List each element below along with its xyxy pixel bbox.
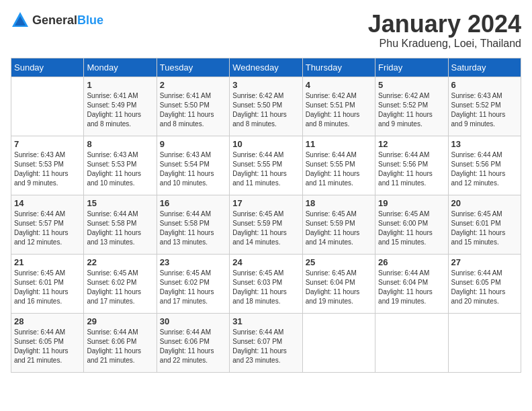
week-row-3: 14Sunrise: 6:44 AMSunset: 5:57 PMDayligh…: [11, 195, 521, 254]
day-number: 2: [160, 80, 226, 90]
week-row-1: 1Sunrise: 6:41 AMSunset: 5:49 PMDaylight…: [11, 77, 521, 136]
page-header: GeneralBlue January 2024 Phu Kradueng, L…: [11, 11, 521, 50]
calendar-cell: 2Sunrise: 6:41 AMSunset: 5:50 PMDaylight…: [157, 77, 229, 136]
day-info: Sunrise: 6:42 AMSunset: 5:50 PMDaylight:…: [232, 91, 299, 129]
day-info: Sunrise: 6:45 AMSunset: 5:59 PMDaylight:…: [232, 210, 299, 247]
day-info: Sunrise: 6:43 AMSunset: 5:54 PMDaylight:…: [160, 150, 226, 188]
calendar-cell: 16Sunrise: 6:44 AMSunset: 5:58 PMDayligh…: [157, 195, 229, 254]
header-day-friday: Friday: [375, 58, 448, 77]
calendar-cell: 15Sunrise: 6:44 AMSunset: 5:58 PMDayligh…: [84, 195, 157, 254]
day-info: Sunrise: 6:44 AMSunset: 6:05 PMDaylight:…: [451, 269, 518, 306]
day-number: 25: [306, 257, 372, 267]
calendar-cell: 30Sunrise: 6:44 AMSunset: 6:06 PMDayligh…: [157, 313, 229, 372]
day-info: Sunrise: 6:44 AMSunset: 5:58 PMDaylight:…: [87, 210, 153, 247]
day-info: Sunrise: 6:42 AMSunset: 5:51 PMDaylight:…: [306, 91, 372, 129]
calendar-cell: 19Sunrise: 6:45 AMSunset: 6:00 PMDayligh…: [375, 195, 448, 254]
calendar-cell: [448, 313, 521, 372]
calendar-cell: 27Sunrise: 6:44 AMSunset: 6:05 PMDayligh…: [448, 254, 521, 313]
day-number: 15: [87, 198, 153, 208]
day-number: 1: [87, 80, 153, 90]
calendar-cell: [375, 313, 448, 372]
header-row: SundayMondayTuesdayWednesdayThursdayFrid…: [11, 58, 521, 77]
day-number: 9: [160, 139, 226, 149]
day-info: Sunrise: 6:44 AMSunset: 6:04 PMDaylight:…: [378, 269, 445, 306]
day-number: 26: [378, 257, 445, 267]
day-info: Sunrise: 6:44 AMSunset: 5:57 PMDaylight:…: [14, 210, 81, 247]
day-number: 27: [451, 257, 518, 267]
day-info: Sunrise: 6:45 AMSunset: 6:00 PMDaylight:…: [378, 210, 445, 247]
day-number: 21: [14, 257, 81, 267]
day-info: Sunrise: 6:43 AMSunset: 5:53 PMDaylight:…: [14, 150, 81, 188]
day-number: 20: [451, 198, 518, 208]
header-day-sunday: Sunday: [11, 58, 84, 77]
day-number: 5: [378, 80, 445, 90]
week-row-5: 28Sunrise: 6:44 AMSunset: 6:05 PMDayligh…: [11, 313, 521, 372]
day-info: Sunrise: 6:44 AMSunset: 5:55 PMDaylight:…: [232, 150, 299, 188]
calendar-cell: [302, 313, 375, 372]
calendar-cell: 22Sunrise: 6:45 AMSunset: 6:02 PMDayligh…: [84, 254, 157, 313]
calendar-location: Phu Kradueng, Loei, Thailand: [368, 38, 521, 50]
day-info: Sunrise: 6:45 AMSunset: 6:04 PMDaylight:…: [306, 269, 372, 306]
day-info: Sunrise: 6:45 AMSunset: 6:01 PMDaylight:…: [14, 269, 81, 306]
day-number: 11: [306, 139, 372, 149]
day-number: 29: [87, 316, 153, 326]
day-info: Sunrise: 6:45 AMSunset: 6:02 PMDaylight:…: [87, 269, 153, 306]
day-number: 22: [87, 257, 153, 267]
day-info: Sunrise: 6:42 AMSunset: 5:52 PMDaylight:…: [378, 91, 445, 129]
header-day-monday: Monday: [84, 58, 157, 77]
calendar-cell: 21Sunrise: 6:45 AMSunset: 6:01 PMDayligh…: [11, 254, 84, 313]
calendar-cell: 18Sunrise: 6:45 AMSunset: 5:59 PMDayligh…: [302, 195, 375, 254]
logo-icon: [11, 11, 30, 30]
day-number: 23: [160, 257, 226, 267]
day-info: Sunrise: 6:44 AMSunset: 5:56 PMDaylight:…: [378, 150, 445, 188]
calendar-cell: 24Sunrise: 6:45 AMSunset: 6:03 PMDayligh…: [230, 254, 302, 313]
calendar-cell: [11, 77, 84, 136]
day-number: 24: [232, 257, 299, 267]
calendar-table: SundayMondayTuesdayWednesdayThursdayFrid…: [11, 58, 521, 373]
day-number: 12: [378, 139, 445, 149]
calendar-cell: 25Sunrise: 6:45 AMSunset: 6:04 PMDayligh…: [302, 254, 375, 313]
calendar-cell: 29Sunrise: 6:44 AMSunset: 6:06 PMDayligh…: [84, 313, 157, 372]
day-number: 3: [232, 80, 299, 90]
header-day-wednesday: Wednesday: [230, 58, 302, 77]
header-day-tuesday: Tuesday: [157, 58, 229, 77]
week-row-2: 7Sunrise: 6:43 AMSunset: 5:53 PMDaylight…: [11, 136, 521, 195]
day-info: Sunrise: 6:44 AMSunset: 5:58 PMDaylight:…: [160, 210, 226, 247]
calendar-cell: 28Sunrise: 6:44 AMSunset: 6:05 PMDayligh…: [11, 313, 84, 372]
calendar-cell: 7Sunrise: 6:43 AMSunset: 5:53 PMDaylight…: [11, 136, 84, 195]
day-number: 28: [14, 316, 81, 326]
day-number: 18: [306, 198, 372, 208]
day-info: Sunrise: 6:44 AMSunset: 6:06 PMDaylight:…: [160, 328, 226, 365]
calendar-cell: 8Sunrise: 6:43 AMSunset: 5:53 PMDaylight…: [84, 136, 157, 195]
logo-general-text: GeneralBlue: [32, 14, 103, 27]
calendar-cell: 31Sunrise: 6:44 AMSunset: 6:07 PMDayligh…: [230, 313, 302, 372]
calendar-cell: 1Sunrise: 6:41 AMSunset: 5:49 PMDaylight…: [84, 77, 157, 136]
day-number: 13: [451, 139, 518, 149]
day-number: 4: [306, 80, 372, 90]
calendar-cell: 12Sunrise: 6:44 AMSunset: 5:56 PMDayligh…: [375, 136, 448, 195]
calendar-cell: 20Sunrise: 6:45 AMSunset: 6:01 PMDayligh…: [448, 195, 521, 254]
calendar-title: January 2024: [368, 11, 521, 38]
day-number: 6: [451, 80, 518, 90]
day-number: 14: [14, 198, 81, 208]
day-info: Sunrise: 6:45 AMSunset: 6:01 PMDaylight:…: [451, 210, 518, 247]
day-number: 10: [232, 139, 299, 149]
header-day-thursday: Thursday: [302, 58, 375, 77]
day-info: Sunrise: 6:45 AMSunset: 6:03 PMDaylight:…: [232, 269, 299, 306]
calendar-cell: 9Sunrise: 6:43 AMSunset: 5:54 PMDaylight…: [157, 136, 229, 195]
week-row-4: 21Sunrise: 6:45 AMSunset: 6:01 PMDayligh…: [11, 254, 521, 313]
day-info: Sunrise: 6:41 AMSunset: 5:49 PMDaylight:…: [87, 91, 153, 129]
calendar-cell: 5Sunrise: 6:42 AMSunset: 5:52 PMDaylight…: [375, 77, 448, 136]
day-number: 30: [160, 316, 226, 326]
calendar-cell: 17Sunrise: 6:45 AMSunset: 5:59 PMDayligh…: [230, 195, 302, 254]
calendar-cell: 3Sunrise: 6:42 AMSunset: 5:50 PMDaylight…: [230, 77, 302, 136]
day-info: Sunrise: 6:44 AMSunset: 6:06 PMDaylight:…: [87, 328, 153, 365]
calendar-cell: 23Sunrise: 6:45 AMSunset: 6:02 PMDayligh…: [157, 254, 229, 313]
day-info: Sunrise: 6:44 AMSunset: 5:55 PMDaylight:…: [306, 150, 372, 188]
day-info: Sunrise: 6:44 AMSunset: 6:05 PMDaylight:…: [14, 328, 81, 365]
header-day-saturday: Saturday: [448, 58, 521, 77]
calendar-cell: 6Sunrise: 6:43 AMSunset: 5:52 PMDaylight…: [448, 77, 521, 136]
day-info: Sunrise: 6:44 AMSunset: 6:07 PMDaylight:…: [232, 328, 299, 365]
day-number: 8: [87, 139, 153, 149]
day-number: 31: [232, 316, 299, 326]
